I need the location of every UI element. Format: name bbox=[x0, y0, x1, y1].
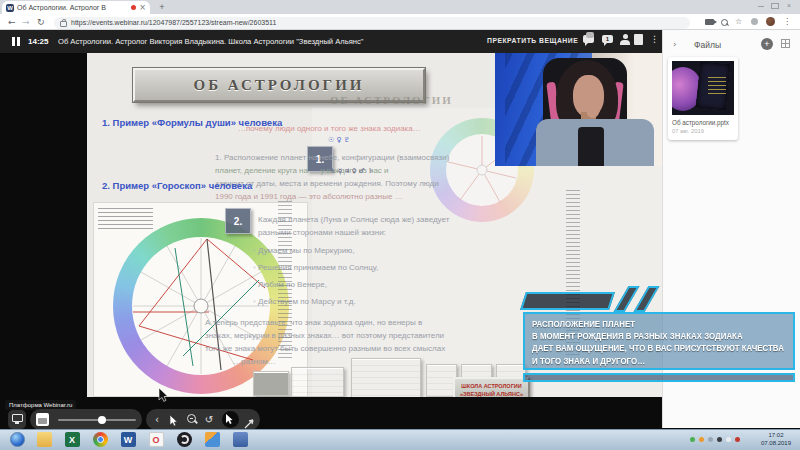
tray-icon[interactable] bbox=[726, 437, 731, 442]
tab-close-icon[interactable]: × bbox=[139, 4, 146, 12]
extension-icon[interactable] bbox=[751, 18, 758, 25]
overlay-p2-line1: А теперь представьте, что знак зодиака о… bbox=[205, 318, 422, 327]
chat-badge: 1 bbox=[602, 35, 613, 43]
file-card[interactable]: Об астрологии.pptx 07 авг. 2019 bbox=[668, 57, 738, 140]
forward-button[interactable]: → bbox=[22, 16, 30, 28]
overlay-bullet-5: Действуем по Марсу и т.д. bbox=[253, 297, 356, 306]
overlay-p1-line1: 1. Расположение планет на небе, конфигур… bbox=[215, 153, 449, 162]
screen: W Об Астрологии. Астролог В × + × ← → ↻ … bbox=[0, 0, 800, 450]
url-text: https://events.webinar.ru/12047987/25571… bbox=[71, 19, 276, 26]
slide-slider-handle[interactable] bbox=[98, 416, 106, 424]
taskbar-opera-button[interactable]: O bbox=[144, 431, 168, 448]
lock-icon bbox=[60, 21, 67, 27]
hover-cursor bbox=[169, 415, 180, 428]
start-button[interactable] bbox=[5, 431, 29, 448]
files-icon[interactable] bbox=[634, 34, 643, 45]
participants-icon[interactable] bbox=[619, 34, 631, 45]
questions-icon[interactable]: 1 bbox=[602, 35, 613, 43]
url-field[interactable]: https://events.webinar.ru/12047987/25571… bbox=[54, 17, 690, 29]
overlay-number-2: 2. bbox=[225, 208, 251, 234]
tray-icon[interactable] bbox=[690, 437, 695, 442]
caption-bottom-bar bbox=[523, 373, 795, 382]
school-badge: ШКОЛА АСТРОЛОГИИ «ЗВЕЗДНЫЙ АЛЬЯНС» bbox=[453, 377, 530, 397]
slide-slider-track[interactable] bbox=[58, 419, 136, 421]
taskbar-explorer-button[interactable] bbox=[32, 431, 56, 448]
overlay-top-line: …почему люди одного и того же знака зоди… bbox=[238, 124, 421, 133]
pointer-tool-button[interactable] bbox=[222, 411, 239, 428]
caption-box: РАСПОЛОЖЕНИЕ ПЛАНЕТ В МОМЕНТ РОЖДЕНИЯ В … bbox=[523, 312, 795, 370]
panel-collapse-icon[interactable]: › bbox=[673, 39, 677, 49]
webinar-title: Об Астрологии. Астролог Виктория Владыки… bbox=[58, 37, 363, 46]
browser-menu-icon[interactable]: ⋮ bbox=[783, 17, 791, 27]
zoom-in-icon[interactable] bbox=[187, 414, 196, 423]
taskbar-obs-button[interactable] bbox=[172, 431, 196, 448]
browser-tab[interactable]: W Об Астрологии. Астролог В × bbox=[2, 1, 150, 14]
new-tab-button[interactable]: + bbox=[156, 2, 168, 13]
mouse-cursor bbox=[158, 388, 170, 403]
overlay-bullet-3: Решения принимаем по Солнцу, bbox=[253, 263, 378, 272]
back-button[interactable]: ← bbox=[8, 16, 16, 28]
overlay-p2-line3: того же знака могут быть совершенно разн… bbox=[205, 344, 445, 353]
taskbar-word-button[interactable]: W bbox=[116, 431, 140, 448]
tray-icon[interactable] bbox=[708, 437, 713, 442]
grid-view-icon[interactable] bbox=[781, 39, 790, 48]
overlay-bullet-2: Думаем мы по Меркурию, bbox=[253, 246, 354, 255]
stop-broadcast-button[interactable]: ПРЕКРАТИТЬ ВЕЩАНИЕ bbox=[487, 37, 578, 44]
taskbar-clock[interactable]: 17:02 07.08.2019 bbox=[755, 431, 797, 447]
slide-navigator bbox=[30, 409, 142, 430]
window-close-button[interactable]: × bbox=[784, 2, 794, 10]
cast-icon[interactable] bbox=[705, 19, 714, 25]
caption-deco-bar bbox=[520, 292, 615, 310]
caption-line: И ТОГО ЗНАКА И ДРУГОГО… bbox=[532, 355, 768, 367]
files-panel-title: Файлы bbox=[694, 40, 721, 50]
presenter-video bbox=[495, 53, 662, 166]
tray-icon[interactable] bbox=[717, 437, 722, 442]
toolbar-menu-icon[interactable]: ⋮ bbox=[650, 34, 659, 45]
caption-line: РАСПОЛОЖЕНИЕ ПЛАНЕТ bbox=[532, 318, 768, 330]
caption-line: ДАЕТ ВАМ ОЩУЩЕНИЕ, ЧТО В ВАС ПРИСУТСТВУЮ… bbox=[532, 342, 768, 354]
webinar-timer: 14:25 bbox=[28, 37, 48, 46]
file-thumbnail bbox=[672, 61, 734, 115]
reload-button[interactable]: ↻ bbox=[37, 16, 45, 28]
taskbar-tool-button[interactable] bbox=[228, 431, 252, 448]
zodiac-wheel bbox=[113, 218, 289, 394]
window-restore-button[interactable] bbox=[770, 2, 780, 10]
overlay-planet-glyphs-1: ☉ ♀ ♇ bbox=[328, 136, 350, 144]
file-date: 07 авг. 2019 bbox=[672, 128, 704, 134]
deco-box bbox=[253, 371, 289, 396]
browser-tabstrip: W Об Астрологии. Астролог В × + × bbox=[0, 0, 800, 14]
chat-icon[interactable] bbox=[583, 35, 594, 43]
recording-dot-icon bbox=[131, 5, 136, 10]
screen-share-button[interactable] bbox=[8, 410, 26, 429]
overlay-p2-line4: …разном… bbox=[233, 357, 276, 366]
profile-avatar[interactable] bbox=[766, 17, 775, 26]
tray-icon[interactable] bbox=[735, 437, 740, 442]
taskbar-chrome-button[interactable] bbox=[88, 431, 112, 448]
tools-pill: ‹ › ↺ bbox=[146, 409, 260, 430]
pause-button[interactable] bbox=[12, 37, 20, 46]
slide-item-2: 2. Пример «Гороскоп» человека bbox=[102, 180, 252, 191]
slide-thumbnail-icon[interactable] bbox=[36, 413, 49, 426]
taskbar-photos-button[interactable] bbox=[200, 431, 224, 448]
deco-box bbox=[291, 367, 344, 397]
search-icon[interactable] bbox=[721, 19, 728, 26]
overlay-p2-line2: знаках, меркурии в разных знаках… вот по… bbox=[205, 331, 444, 340]
tab-title: Об Астрологии. Астролог В bbox=[17, 4, 128, 11]
add-file-button[interactable]: + bbox=[761, 38, 773, 50]
bookmark-star-icon[interactable]: ☆ bbox=[735, 17, 742, 27]
overlay-planet-glyphs-2: ♄ ☿ ♃ ♀ ♂ ☽ bbox=[330, 167, 372, 175]
deco-box bbox=[351, 358, 421, 397]
monitor-icon bbox=[12, 414, 23, 422]
tray-icon[interactable] bbox=[699, 437, 704, 442]
caption-line: В МОМЕНТ РОЖДЕНИЯ В РАЗНЫХ ЗНАКАХ ЗОДИАК… bbox=[532, 330, 768, 342]
tab-favicon: W bbox=[6, 4, 14, 12]
prev-slide-button[interactable]: ‹ bbox=[150, 409, 164, 430]
zodiac-legend-strip-left bbox=[278, 201, 292, 359]
slide-header-ghost: ОБ АСТРОЛОГИИ bbox=[330, 94, 453, 106]
undo-icon[interactable]: ↺ bbox=[202, 409, 216, 430]
overlay-p1-line4: 1990 года и 1991 года — это абсолютно ра… bbox=[215, 192, 403, 201]
file-name: Об астрологии.pptx bbox=[672, 119, 729, 126]
taskbar-excel-button[interactable]: X bbox=[60, 431, 84, 448]
window-minimize-button[interactable] bbox=[756, 2, 766, 10]
